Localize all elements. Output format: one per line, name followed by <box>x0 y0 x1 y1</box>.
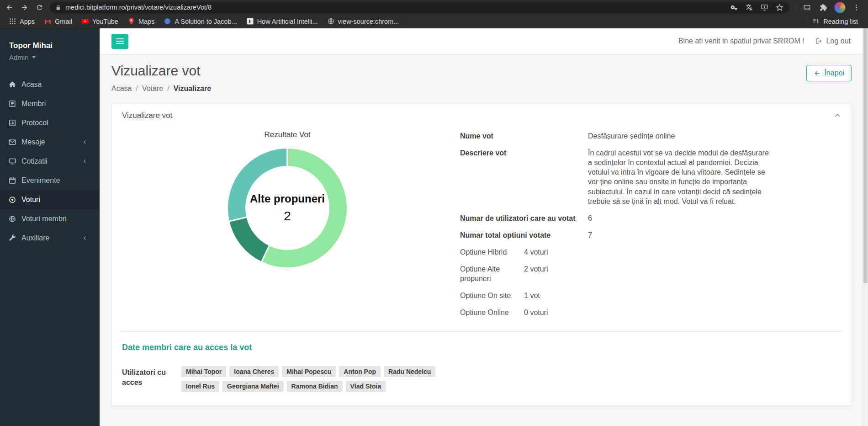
site-blue-icon <box>164 17 171 25</box>
detail-value: În cadrul acestui vot se va decide modul… <box>588 148 771 206</box>
sidebar-item-label: Voturi <box>21 196 40 204</box>
sidebar-item-label: Mesaje <box>21 138 45 146</box>
forward-button[interactable] <box>19 2 30 13</box>
sidebar-item-label: Acasa <box>21 80 42 89</box>
page-title: Vizualizare vot <box>111 63 211 79</box>
reading-list-button[interactable]: Reading list <box>806 16 863 27</box>
reading-list-label: Reading list <box>823 18 858 25</box>
devices-icon[interactable] <box>801 2 813 13</box>
sidebar-item-membri[interactable]: Membri <box>0 94 100 113</box>
bookmark-label: A Solution to Jacob... <box>175 18 237 25</box>
install-icon[interactable] <box>760 3 769 12</box>
user-role-dropdown[interactable]: Admin <box>9 53 90 61</box>
bookmark-gmail[interactable]: Gmail <box>40 16 76 27</box>
header-right: Bine ati venit in spatiul privat SRROM !… <box>678 37 851 45</box>
chart-column: Rezultate Vot Alte propuneri 2 <box>122 128 453 325</box>
member-tag: Anton Pop <box>339 366 381 377</box>
logout-icon <box>815 37 823 45</box>
envelope-icon <box>9 138 16 146</box>
breadcrumb: Acasa/Votare/Vizualizare <box>111 85 211 93</box>
member-tag: Ramona Bidian <box>287 381 343 392</box>
bookmark-a-solution-to-jacob-[interactable]: A Solution to Jacob... <box>159 16 241 27</box>
breadcrumb-link[interactable]: Acasa <box>111 85 132 92</box>
profile-avatar[interactable] <box>834 2 846 13</box>
detail-label: Numar de utilizatori care au votat <box>460 213 588 223</box>
chevron-left-icon <box>82 139 88 145</box>
vote-detail-row: Descriere votÎn cadrul acestui vot se va… <box>460 148 841 206</box>
translate-icon[interactable] <box>745 3 754 12</box>
vote-detail-row: Optiune Alte propuneri2 voturi <box>460 264 841 283</box>
sidebar-item-cotizatii[interactable]: Cotizatii <box>0 152 100 171</box>
detail-value: 1 vot <box>524 291 540 300</box>
scrollbar-thumb[interactable] <box>863 28 868 283</box>
user-name: Topor Mihai <box>9 41 90 50</box>
youtube-icon <box>81 17 89 25</box>
sidebar-item-auxiliare[interactable]: Auxiliare <box>0 229 100 248</box>
menu-icon[interactable] <box>851 2 862 13</box>
reload-button[interactable] <box>34 2 45 13</box>
sidebar: Topor Mihai Admin AcasaMembriProtocolMes… <box>0 28 100 426</box>
lock-icon[interactable] <box>55 5 61 11</box>
vote-detail-row: Optiune On site1 vot <box>460 291 841 300</box>
sidebar-item-acasa[interactable]: Acasa <box>0 75 100 94</box>
detail-value: 6 <box>588 213 592 223</box>
sidebar-item-mesaje[interactable]: Mesaje <box>0 133 100 152</box>
member-tag: Mihai Topor <box>181 366 226 377</box>
url-text: medici.bitplatform.ro/privat/votare/vizu… <box>65 4 726 11</box>
arrow-left-icon <box>814 70 820 77</box>
vote-card-header: Vizualizare vot <box>112 104 851 124</box>
bookmark-label: Gmail <box>55 18 72 25</box>
bookmark-label: YouTube <box>92 18 118 25</box>
vote-detail-row: Numar total optiuni votate7 <box>460 230 841 240</box>
vote-detail-row: Numar de utilizatori care au votat6 <box>460 213 841 223</box>
chart-title: Rezultate Vot <box>212 130 363 139</box>
bar-chart-icon <box>9 119 16 127</box>
browser-toolbar: medici.bitplatform.ro/privat/votare/vizu… <box>0 0 868 15</box>
sidebar-item-label: Auxiliare <box>21 234 49 242</box>
star-icon[interactable] <box>775 3 784 12</box>
sidebar-item-voturi-membri[interactable]: Voturi membri <box>0 209 100 229</box>
bookmark-view-source-chrom-[interactable]: view-source:chrom... <box>323 16 403 27</box>
url-bar[interactable]: medici.bitplatform.ro/privat/votare/vizu… <box>50 2 789 13</box>
bookmark-apps[interactable]: Apps <box>5 16 39 27</box>
bookmark-youtube[interactable]: YouTube <box>77 16 122 27</box>
back-button[interactable] <box>4 2 15 13</box>
chevron-left-icon <box>82 235 88 241</box>
back-button[interactable]: Înapoi <box>806 65 852 81</box>
vote-detail-row: Optiune Hibrid4 voturi <box>460 247 841 257</box>
detail-value: 7 <box>588 230 592 240</box>
bookmarks-list: AppsGmailYouTubeMapsA Solution to Jacob.… <box>5 16 403 27</box>
page-scrollbar[interactable] <box>863 28 868 426</box>
member-tag: Mihai Popescu <box>282 366 336 377</box>
extensions-icon[interactable] <box>818 2 829 13</box>
sidebar-item-protocol[interactable]: Protocol <box>0 113 100 133</box>
circle-dot-icon <box>9 196 16 203</box>
sidebar-menu: AcasaMembriProtocolMesajeCotizatiiEvenim… <box>0 75 100 248</box>
detail-label: Optiune Hibrid <box>460 247 524 257</box>
members-row: Utilizatori cu acces Mihai ToporIoana Ch… <box>122 366 841 392</box>
detail-value: 4 voturi <box>524 247 548 257</box>
detail-label: Optiune Online <box>460 308 524 317</box>
vote-detail-row: Nume votDesfășurare ședințe online <box>460 131 841 141</box>
access-users-label: Utilizatori cu acces <box>122 366 175 392</box>
sidebar-item-evenimente[interactable]: Evenimente <box>0 171 100 190</box>
vote-results-donut[interactable]: Alte propuneri 2 <box>226 147 349 269</box>
wrench-icon <box>9 234 16 242</box>
bookmark-maps[interactable]: Maps <box>123 16 159 27</box>
top-header: Bine ati venit in spatiul privat SRROM !… <box>100 28 868 54</box>
apps-grid-icon <box>9 17 16 25</box>
collapse-chevron-up-icon[interactable] <box>834 112 841 119</box>
vote-card-title: Vizualizare vot <box>122 111 172 120</box>
key-icon[interactable] <box>730 3 739 12</box>
browser-actions <box>794 2 864 13</box>
logout-link[interactable]: Log out <box>815 37 851 45</box>
bookmark-how-artificial-intelli-[interactable]: FHow Artificial Intelli... <box>242 16 322 27</box>
member-tag: Vlad Stoia <box>346 381 386 392</box>
vote-details: Nume votDesfășurare ședințe onlineDescri… <box>453 128 841 325</box>
user-panel: Topor Mihai Admin <box>0 28 100 69</box>
detail-value: 0 voturi <box>524 308 548 317</box>
sidebar-item-voturi[interactable]: Voturi <box>0 190 100 209</box>
sidebar-item-label: Protocol <box>21 119 48 127</box>
breadcrumb-link[interactable]: Votare <box>142 85 163 92</box>
sidebar-toggle-button[interactable] <box>111 34 128 49</box>
